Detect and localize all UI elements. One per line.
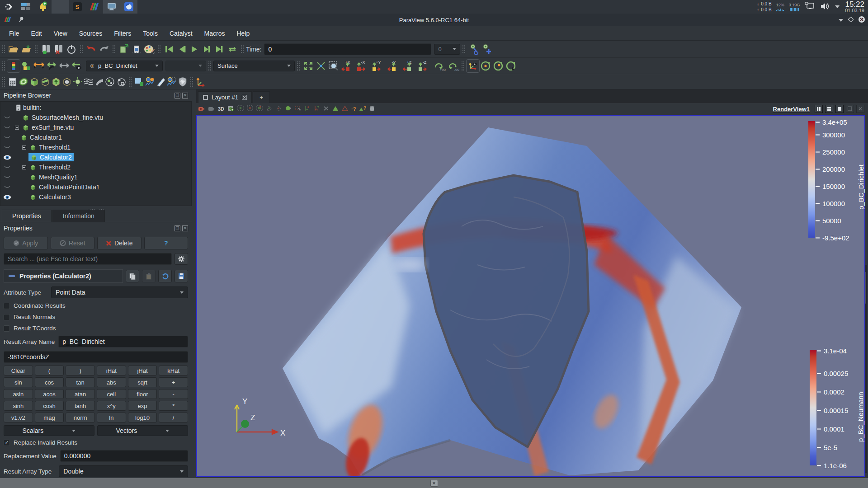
capture-view-icon[interactable] [227,105,234,113]
calc-norm-button[interactable]: norm [66,413,95,422]
attribute-type-dropdown[interactable]: Point Data [51,286,188,298]
add-selection-icon[interactable]: ? [359,106,366,113]
toolbar-drag-handle[interactable] [128,77,132,87]
menu-help[interactable]: Help [231,28,255,39]
search-options-gear-icon[interactable] [175,253,188,265]
connect-server-icon[interactable] [40,43,52,56]
reset-session-icon[interactable] [65,43,78,56]
vectors-dropdown[interactable]: Vectors [97,425,188,436]
calc-abs-button[interactable]: abs [97,377,126,387]
pipeline-item-meshquality1[interactable]: MeshQuality1 [0,172,191,182]
calc-acos-button[interactable]: acos [35,389,64,399]
representation-combo[interactable]: Surface [213,61,295,71]
calc-cos-button[interactable]: cos [35,377,64,387]
coordinate-axes-icon[interactable] [195,76,206,87]
close-panel-icon[interactable]: ✕ [182,93,188,99]
calc-plus-button[interactable]: + [159,377,188,387]
tree-collapse-icon[interactable] [22,145,26,150]
calc-tan-button[interactable]: tan [66,377,95,387]
reset-center-of-rotation-icon[interactable] [492,60,505,72]
camera-minus-z-icon[interactable]: -Z [417,60,432,72]
interactive-select-cells-icon[interactable] [295,105,301,113]
close-view-icon[interactable]: ✕ [856,105,864,113]
plot-over-line-icon[interactable] [156,76,166,87]
layout-tab[interactable]: Layout #1 [198,91,252,103]
camera-plus-z-icon[interactable]: +Z [401,60,417,72]
calc-dot-product-button[interactable]: v1.v2 [4,413,33,422]
rotate-90-cw-icon[interactable]: +90 [432,60,446,72]
time-value-input[interactable] [264,43,431,55]
closed-eye-icon[interactable] [4,136,11,140]
select-block-icon[interactable] [285,105,292,113]
tree-collapse-icon[interactable] [22,165,26,169]
pipeline-item-threshold2[interactable]: Threshold2 [0,162,191,172]
toolbar-drag-handle[interactable] [2,44,5,54]
split-horizontal-icon[interactable] [815,105,823,113]
calc-tanh-button[interactable]: tanh [66,401,95,411]
group-datasets-icon[interactable] [105,76,116,87]
select-cells-polygon-icon[interactable] [266,105,272,113]
pipeline-item-calculator3[interactable]: Calculator3 [0,192,191,202]
play-icon[interactable] [188,43,201,56]
disconnect-server-icon[interactable] [52,43,65,56]
tab-properties[interactable]: Properties [2,210,52,222]
coordinate-results-checkbox[interactable]: Coordinate Results [0,300,192,311]
closed-eye-icon[interactable] [4,165,11,169]
calc-sqrt-button[interactable]: sqrt [128,377,157,387]
replacement-value-input[interactable] [60,450,188,462]
screen-share-icon[interactable] [804,1,815,13]
calc-log10-button[interactable]: log10 [128,413,157,422]
closed-eye-icon[interactable] [4,116,11,120]
render-viewport[interactable]: Y Z X 3.4e+05 300000 250000 200000 15000… [196,115,865,477]
save-defaults-icon[interactable] [175,270,188,282]
toolbar-drag-handle[interactable] [190,77,193,87]
rescale-to-visible-range-icon[interactable] [71,60,83,72]
calc-mag-button[interactable]: mag [35,413,64,422]
help-button[interactable]: ? [144,237,189,249]
closed-eye-icon[interactable] [4,126,11,130]
toolbar-drag-handle[interactable] [208,61,212,71]
toolbar-drag-handle[interactable] [461,61,465,71]
calc-exp-button[interactable]: exp [128,401,157,411]
camera-plus-x-icon[interactable]: +X [340,60,355,72]
toggle-3d-mode-button[interactable]: 3D [218,106,224,112]
paraview-app-icon[interactable] [86,0,103,14]
properties-search-input[interactable] [4,253,172,265]
display-app-icon[interactable] [103,0,120,14]
reset-defaults-icon[interactable] [158,270,172,282]
camera-plus-y-icon[interactable]: +Y [371,60,386,72]
close-window-icon[interactable] [858,16,865,24]
calc-sinh-button[interactable]: sinh [4,401,33,411]
close-message-icon[interactable]: ✕ [430,480,438,487]
rescale-to-custom-range-icon[interactable] [45,60,58,72]
neumann-color-legend[interactable]: 3.1e-04 0.00025 0.0002 0.00015 0.0001 5e… [810,347,864,474]
select-points-polygon-icon[interactable] [275,105,282,113]
add-layout-tab[interactable]: + [253,91,270,103]
export-scene-icon[interactable] [118,43,130,56]
replace-invalid-results-checkbox[interactable]: ✓Replace Invalid Results [0,437,192,448]
interactive-select-points-icon[interactable] [304,105,311,113]
calc-jhat-button[interactable]: jHat [128,366,157,375]
reset-camera-icon[interactable] [302,60,315,72]
sublime-app-icon[interactable]: S [69,0,86,14]
glyph-filter-icon[interactable] [72,76,83,87]
browser-app-icon[interactable] [120,0,137,14]
clock[interactable]: 15:22 01.03.19 [845,0,864,13]
calc-pow-button[interactable]: x^y [97,401,126,411]
selection-help-icon[interactable]: ·? [351,106,356,112]
plot-over-time-icon[interactable] [145,76,156,87]
extract-group-icon[interactable] [116,76,127,87]
extract-subset-filter-icon[interactable] [61,76,72,87]
toolbar-drag-handle[interactable] [297,61,300,71]
app-launcher-icon[interactable] [0,0,17,14]
select-points-on-icon[interactable] [247,105,253,113]
menu-macros[interactable]: Macros [199,28,231,39]
pipeline-item-calculator1[interactable]: Calculator1 [0,132,191,142]
result-normals-checkbox[interactable]: Result Normals [0,311,192,323]
rescale-to-data-range-icon[interactable] [33,60,45,72]
calc-close-paren-button[interactable]: ) [66,366,95,375]
pipeline-item-builtin[interactable]: builtin: [0,103,191,113]
maximize-diamond-icon[interactable] [848,17,854,23]
tree-collapse-icon[interactable] [15,126,19,130]
add-camera-link-icon[interactable] [480,43,493,56]
